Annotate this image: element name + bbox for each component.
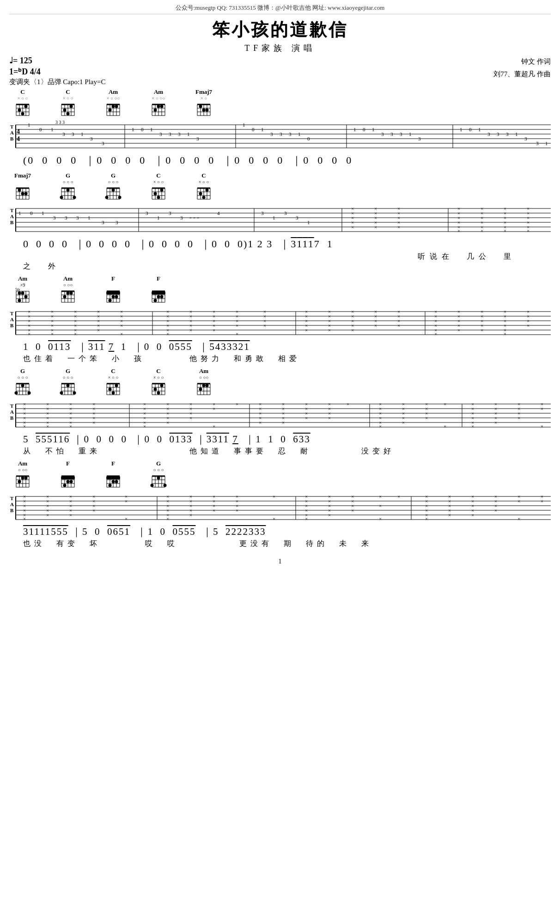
svg-point-469 bbox=[157, 392, 160, 395]
svg-text:1: 1 bbox=[51, 127, 54, 132]
svg-text:×: × bbox=[328, 327, 331, 333]
svg-text:3: 3 bbox=[169, 210, 171, 216]
svg-text:1: 1 bbox=[157, 215, 160, 220]
svg-text:1: 1 bbox=[460, 127, 463, 132]
jianpu-2: 0 0 0 0 ｜0 0 0 0 ｜0 0 0 0 ｜0 0 0)1 2 3 ｜… bbox=[23, 237, 551, 251]
svg-text:3: 3 bbox=[146, 210, 148, 216]
svg-text:×: × bbox=[28, 331, 30, 337]
svg-text:4: 4 bbox=[17, 135, 20, 142]
svg-text:×: × bbox=[213, 508, 215, 513]
svg-text:- - -: - - - bbox=[189, 214, 199, 221]
svg-point-456 bbox=[109, 388, 112, 391]
svg-text:×: × bbox=[481, 327, 483, 333]
svg-text:3: 3 bbox=[261, 210, 264, 216]
svg-text:1: 1 bbox=[409, 131, 412, 137]
svg-text:×: × bbox=[189, 327, 192, 333]
svg-point-617 bbox=[63, 484, 67, 487]
svg-text:B: B bbox=[10, 220, 14, 225]
chord-g-3: G ○ ○ ○ bbox=[14, 367, 31, 398]
svg-text:3: 3 bbox=[196, 136, 199, 141]
svg-text:×: × bbox=[347, 401, 349, 407]
svg-text:3: 3 bbox=[116, 220, 118, 225]
svg-point-443 bbox=[60, 392, 63, 395]
top-bar: 公众号:musegtp QQ: 731335515 微博：@小叶歌吉他 网址: … bbox=[9, 4, 551, 14]
svg-text:T: T bbox=[10, 208, 14, 213]
svg-text:A: A bbox=[10, 409, 14, 415]
jianpu-5: 31111555 ｜5 0 0651 ｜1 0 0555 ｜5 2222333 bbox=[23, 525, 551, 538]
lyrics-3: 也住着 一个笨 小 孩 他努力 和勇敢 相爱 bbox=[23, 354, 551, 364]
svg-point-292 bbox=[109, 299, 112, 302]
svg-text:×: × bbox=[125, 498, 128, 504]
svg-text:×: × bbox=[379, 503, 382, 508]
right-info: 钟文 作词 刘77、董超凡 作曲 bbox=[493, 55, 551, 80]
svg-text:1: 1 bbox=[88, 215, 91, 220]
svg-text:×: × bbox=[448, 512, 451, 518]
svg-point-457 bbox=[112, 392, 115, 395]
svg-text:1: 1 bbox=[81, 131, 84, 137]
chord-c-5: C × ○ ○ bbox=[104, 367, 122, 398]
svg-text:×: × bbox=[379, 494, 382, 499]
svg-rect-614 bbox=[61, 477, 75, 479]
svg-text:×: × bbox=[213, 327, 215, 333]
svg-point-33 bbox=[112, 105, 115, 108]
svg-text:T: T bbox=[10, 496, 14, 501]
svg-text:T: T bbox=[10, 124, 14, 129]
svg-point-266 bbox=[24, 295, 28, 299]
jianpu-4: 5 555116 ｜0 0 0 0 ｜0 0 0133 ｜3311 7 ｜1 1… bbox=[23, 433, 551, 446]
svg-point-480 bbox=[206, 384, 209, 387]
svg-point-142 bbox=[67, 189, 70, 192]
svg-text:A: A bbox=[10, 214, 14, 219]
svg-point-21 bbox=[70, 105, 73, 108]
svg-text:T: T bbox=[10, 311, 14, 316]
svg-text:×: × bbox=[481, 228, 483, 233]
svg-point-153 bbox=[105, 196, 109, 199]
svg-text:×: × bbox=[236, 331, 238, 337]
svg-point-154 bbox=[112, 189, 115, 192]
svg-text:×: × bbox=[541, 423, 543, 429]
svg-point-34 bbox=[115, 105, 118, 108]
svg-text:T: T bbox=[10, 403, 14, 409]
svg-text:0: 0 bbox=[307, 136, 310, 141]
svg-text:3: 3 bbox=[169, 131, 171, 137]
svg-text:3: 3 bbox=[102, 220, 104, 225]
svg-text:×: × bbox=[51, 331, 54, 337]
svg-text:×: × bbox=[305, 327, 308, 333]
svg-point-58 bbox=[202, 109, 206, 112]
svg-text:×: × bbox=[189, 415, 192, 421]
chord-f-1: F bbox=[104, 275, 122, 305]
chord-grid-svg2 bbox=[59, 101, 77, 118]
svg-point-278 bbox=[70, 292, 73, 295]
svg-text:0: 0 bbox=[39, 127, 42, 132]
chord-am-2: Am × ○ ○○ bbox=[150, 88, 167, 118]
svg-text:0: 0 bbox=[252, 127, 255, 132]
svg-text:1: 1 bbox=[307, 220, 310, 225]
svg-text:1: 1 bbox=[353, 127, 356, 132]
svg-text:A: A bbox=[10, 130, 14, 135]
svg-text:×: × bbox=[374, 224, 377, 230]
svg-point-431 bbox=[15, 392, 18, 395]
svg-text:3: 3 bbox=[400, 131, 402, 137]
header-info: ♩= 125 1=ᵇD 4/4 变调夹〈1〉品弹 Capo:1 Play=C 钟… bbox=[9, 55, 551, 86]
svg-point-265 bbox=[21, 292, 24, 295]
svg-text:×: × bbox=[397, 224, 400, 230]
svg-point-59 bbox=[206, 109, 209, 112]
page-number: 1 bbox=[9, 558, 551, 565]
svg-point-35 bbox=[109, 109, 112, 112]
svg-text:1: 1 bbox=[18, 210, 21, 216]
svg-text:×: × bbox=[74, 331, 77, 337]
svg-point-143 bbox=[73, 196, 76, 199]
svg-text:×: × bbox=[236, 323, 238, 328]
svg-text:×: × bbox=[397, 494, 400, 499]
svg-point-10 bbox=[18, 109, 21, 112]
svg-point-277 bbox=[67, 292, 70, 295]
svg-text:×: × bbox=[120, 323, 123, 328]
chord-am-svg bbox=[104, 101, 122, 118]
svg-text:1: 1 bbox=[28, 122, 30, 128]
svg-point-445 bbox=[73, 392, 76, 395]
svg-point-22 bbox=[63, 109, 67, 112]
svg-text:×: × bbox=[541, 406, 543, 411]
chord-am-3: Am ×9 5fr bbox=[14, 275, 31, 305]
svg-text:×: × bbox=[328, 415, 331, 421]
svg-point-131 bbox=[24, 192, 28, 196]
svg-point-615 bbox=[67, 480, 70, 483]
